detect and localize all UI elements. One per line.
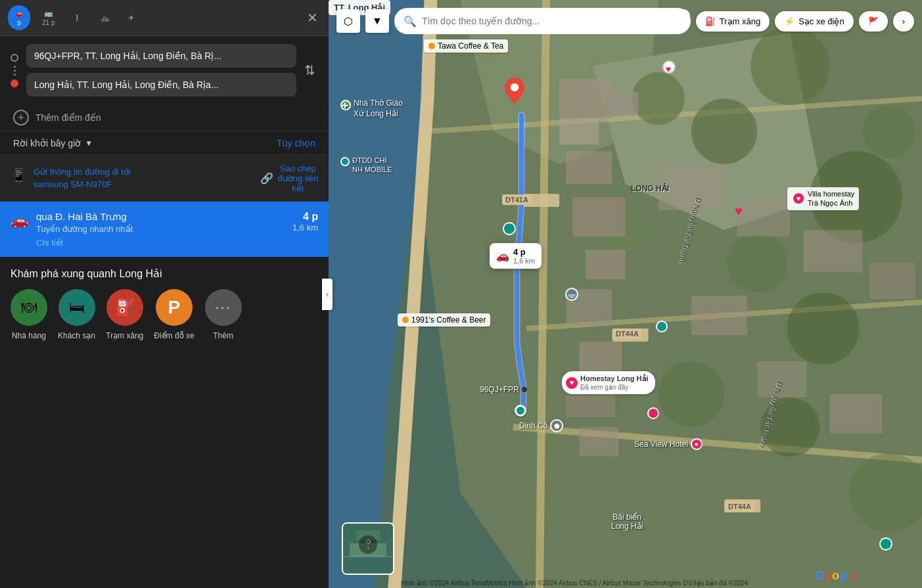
long-hai-area-label: LONG HẢI — [631, 184, 669, 193]
dt44a-label-1: DT44A — [612, 328, 642, 339]
collapse-panel-button[interactable]: ‹ — [322, 279, 333, 310]
transport-mode-bike[interactable]: 🚲 — [94, 10, 116, 26]
transport-mode-drive[interactable]: 🚗 p — [8, 5, 30, 30]
mobile-name: ĐTDD CHÍNH MOBILE — [352, 156, 392, 175]
explore-item-more[interactable]: ··· Thêm — [205, 289, 242, 340]
hotel-circle: 🛏 — [58, 289, 95, 326]
bus-marker: 🚌 — [565, 288, 578, 301]
tuy-chon-button[interactable]: Tùy chọn — [277, 138, 315, 148]
explore-item-hotel[interactable]: 🛏 Khách sạn — [58, 289, 95, 340]
map-direction-icon[interactable]: ⬡ — [336, 9, 360, 33]
swap-button[interactable]: ⇅ — [302, 60, 318, 81]
parking-label: Điểm đỗ xe — [154, 331, 194, 340]
villa-dot: ♥ — [792, 192, 805, 205]
sea-view-icon: ♥ — [691, 438, 703, 450]
connector-dot-1 — [14, 66, 16, 68]
destination-dot — [11, 79, 18, 87]
parking-circle: P — [156, 289, 193, 326]
svg-text:↑: ↑ — [367, 545, 369, 551]
svg-rect-32 — [737, 197, 790, 237]
route-car-icon: 🚗 — [11, 212, 28, 229]
depart-options: Rời khởi bây giờ ▼ Tùy chọn — [0, 131, 329, 156]
send-info[interactable]: 📱 Gửi thông tin đường đi tớisamsung SM-N… — [11, 166, 250, 190]
tooltip-dist: 1,6 km — [513, 257, 535, 265]
explore-items: 🍽 Nhà hàng 🛏 Khách sạn ⛽ Trạm xăng P Điể… — [11, 289, 318, 340]
heart-marker-right: ♥ — [735, 204, 743, 219]
copy-link-button[interactable]: 🔗 Sao chépđường liênkết — [260, 164, 318, 193]
gas-label: Trạm xăng — [106, 331, 143, 340]
restaurant-circle: 🍽 — [11, 289, 47, 326]
coffee-beer-label: 1991's Coffee & Beer — [398, 313, 490, 327]
add-destination-label: Thêm điểm đến — [35, 112, 101, 123]
svg-point-11 — [691, 99, 757, 164]
gas-station-label: Trạm xăng — [720, 16, 760, 26]
transport-mode-walk[interactable]: 🚶 — [66, 10, 89, 26]
map-topbar: ⬡ ▼ 🔍 ⛽ Trạm xăng ⚡ Sạc xe điện 🚩 › — [336, 8, 914, 34]
ev-icon: ⚡ — [784, 16, 795, 26]
marker-pink-1 — [647, 407, 659, 419]
explore-item-parking[interactable]: P Điểm đỗ xe — [154, 289, 194, 340]
send-icon: 📱 — [11, 168, 27, 183]
more-chip-icon: › — [902, 16, 905, 26]
explore-item-restaurant[interactable]: 🍽 Nhà hàng — [11, 289, 47, 340]
dt41a-label: DT41A — [502, 194, 532, 205]
route-via: qua Đ. Hai Bà Trưng — [36, 211, 285, 223]
map-search-input[interactable] — [422, 16, 681, 26]
transport-mode-transit[interactable]: 🚌 21 p — [35, 5, 61, 30]
add-destination[interactable]: + Thêm điểm đến — [0, 104, 329, 131]
svg-rect-33 — [803, 230, 862, 273]
flag-chip[interactable]: 🚩 — [859, 11, 888, 32]
marker-teal-dt44 — [656, 321, 668, 332]
bike-icon: 🚲 — [101, 14, 110, 22]
transit-label: 21 p — [42, 19, 55, 26]
route-info: qua Đ. Hai Bà Trưng Tuyến đường nhanh nh… — [36, 211, 285, 248]
svg-point-16 — [863, 105, 915, 158]
tooltip-car-icon: 🚗 — [496, 250, 509, 262]
map-search[interactable]: 🔍 — [394, 8, 691, 34]
route-subtitle: Tuyến đường nhanh nhất — [36, 224, 285, 234]
explore-item-gas[interactable]: ⛽ Trạm xăng — [106, 289, 143, 340]
svg-rect-26 — [586, 250, 625, 279]
fly-icon: ✈ — [128, 14, 134, 22]
explore-title: Khám phá xung quanh Long Hải — [11, 267, 318, 280]
origin-input[interactable] — [26, 44, 296, 68]
origin-dot — [11, 54, 18, 62]
connector-dot-3 — [14, 74, 16, 76]
connector-dot-2 — [14, 70, 16, 72]
transport-mode-fly[interactable]: ✈ — [122, 10, 141, 26]
ev-charging-chip[interactable]: ⚡ Sạc xe điện — [775, 11, 853, 32]
ev-label: Sạc xe điện — [798, 16, 844, 26]
mobile-shop-label: ĐTDD CHÍNH MOBILE — [340, 156, 392, 175]
more-chip[interactable]: › — [893, 11, 914, 32]
route-stats: 4 p 1,6 km — [292, 211, 318, 233]
origin-marker — [515, 405, 526, 417]
chi-tiet-button[interactable]: Chi tiết — [36, 238, 285, 248]
share-section: 📱 Gửi thông tin đường đi tớisamsung SM-N… — [0, 156, 329, 202]
svg-point-15 — [787, 292, 859, 365]
depart-now-button[interactable]: Rời khởi bây giờ ▼ — [13, 138, 93, 148]
heart-icon-1: ♥ — [662, 63, 674, 75]
marker-teal-br — [879, 537, 892, 551]
route-result[interactable]: 🚗 qua Đ. Hai Bà Trưng Tuyến đường nhanh … — [0, 202, 329, 257]
svg-point-18 — [658, 361, 724, 427]
map-layers-icon[interactable]: ▼ — [365, 9, 389, 33]
coffee-dot — [402, 317, 409, 323]
dt44a-label-2: DT44A — [725, 501, 754, 512]
send-text: Gửi thông tin đường đi tớisamsung SM-N97… — [34, 166, 131, 190]
gas-station-chip[interactable]: ⛽ Trạm xăng — [696, 11, 770, 32]
depart-now-label: Rời khởi bây giờ — [13, 138, 81, 148]
tawa-coffee-label: Tawa Coffee & Tea — [424, 39, 508, 53]
villa-name: Villa homestayTrà Ngọc Ánh — [808, 189, 854, 208]
svg-rect-28 — [579, 342, 622, 374]
svg-rect-35 — [691, 296, 747, 335]
qr-location-label: 96QJ+FPR — [480, 385, 527, 394]
homestay-dot: ♥ — [566, 377, 578, 389]
left-panel: 🚗 p 🚌 21 p 🚶 🚲 ✈ ✕ — [0, 0, 329, 588]
drive-label: p — [17, 19, 21, 26]
destination-input[interactable] — [26, 73, 296, 97]
dinh-co-name: Dinh Cô — [519, 421, 547, 430]
map-layer-button[interactable]: ⬡ ↑ Lớp bản đồ — [342, 522, 394, 575]
close-button[interactable]: ✕ — [304, 7, 321, 28]
homestay-chip[interactable]: ♥ Homestay Long Hải Đã xem gần đây — [562, 371, 655, 394]
beach-label: Bãi biểnLong Hải — [611, 512, 643, 531]
